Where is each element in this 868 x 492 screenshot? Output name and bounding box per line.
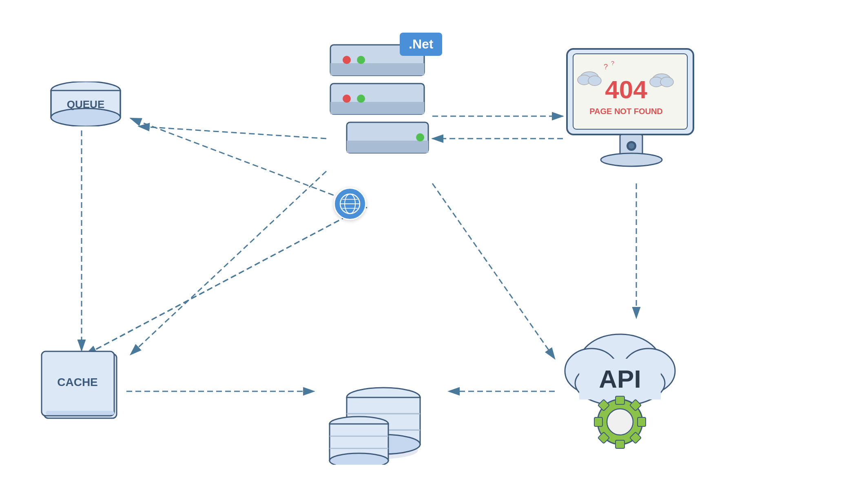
dotnet-label: .Net xyxy=(409,37,433,51)
svg-line-9 xyxy=(131,171,326,355)
svg-point-25 xyxy=(357,56,365,64)
cache-component: CACHE xyxy=(41,351,122,424)
svg-rect-71 xyxy=(616,440,624,448)
svg-point-32 xyxy=(416,133,424,141)
diagram-container: QUEUE CACHE .Net xyxy=(0,0,868,492)
svg-point-24 xyxy=(343,56,351,64)
svg-point-28 xyxy=(343,95,351,103)
svg-rect-72 xyxy=(594,417,602,426)
svg-line-7 xyxy=(94,212,355,351)
svg-rect-70 xyxy=(616,396,624,404)
svg-point-42 xyxy=(588,76,601,86)
svg-point-69 xyxy=(607,409,633,435)
svg-point-51 xyxy=(629,143,634,149)
svg-point-49 xyxy=(601,153,662,166)
svg-rect-73 xyxy=(638,417,646,426)
svg-point-18 xyxy=(51,108,120,126)
globe-badge xyxy=(334,188,366,220)
queue-label: QUEUE xyxy=(67,98,104,110)
error-code: 404 xyxy=(605,75,647,104)
svg-rect-23 xyxy=(330,63,424,75)
svg-line-6 xyxy=(86,212,355,355)
error-message: PAGE NOT FOUND xyxy=(589,107,663,116)
api-label: API xyxy=(599,365,641,393)
dotnet-badge: .Net xyxy=(400,33,442,56)
database-component xyxy=(314,334,445,465)
monitor-component: 404 PAGE NOT FOUND ? ? xyxy=(563,45,702,179)
cache-label: CACHE xyxy=(57,376,98,388)
svg-text:?: ? xyxy=(604,63,608,71)
svg-rect-21 xyxy=(46,411,114,415)
svg-rect-31 xyxy=(347,141,428,153)
svg-point-29 xyxy=(357,95,365,103)
svg-point-45 xyxy=(660,77,673,87)
svg-point-60 xyxy=(330,453,388,465)
queue-component: QUEUE xyxy=(41,82,131,126)
svg-line-2 xyxy=(139,126,326,139)
svg-line-13 xyxy=(432,183,555,359)
svg-rect-27 xyxy=(330,102,424,114)
api-component: API xyxy=(555,318,685,457)
server-component xyxy=(326,41,432,167)
svg-text:?: ? xyxy=(611,60,614,66)
